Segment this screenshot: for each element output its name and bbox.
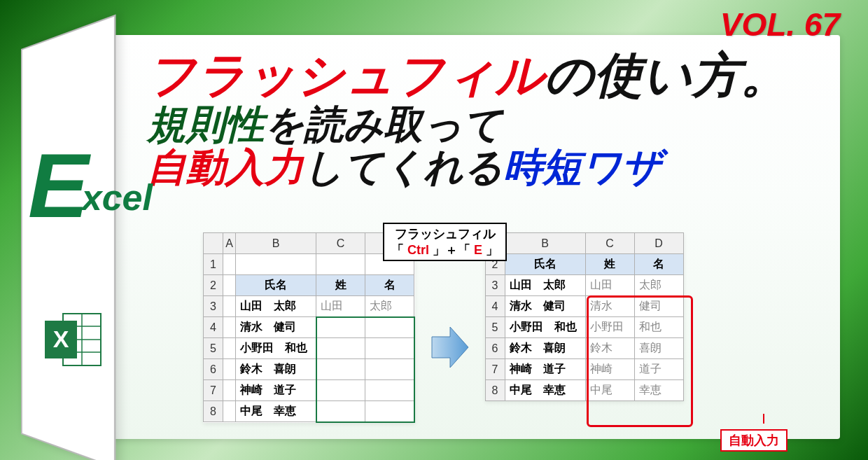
- cell: 健司: [634, 296, 683, 317]
- cell: 山田 太郎: [236, 296, 316, 317]
- hdr-name: 氏名: [505, 254, 585, 275]
- cell: 清水: [585, 296, 634, 317]
- door-graphic: [21, 49, 112, 434]
- cell: 和也: [634, 317, 683, 338]
- slide-background: VOL. 67 Excel X フラッシュフィルの使い方。 規則性を読み取って …: [0, 0, 868, 460]
- col-C: C: [585, 233, 634, 254]
- cell: [365, 380, 414, 401]
- cell: 神崎: [585, 359, 634, 380]
- headline-line3-red: 自動入力: [147, 145, 304, 189]
- key-e: E: [474, 243, 482, 257]
- cell: 中尾: [585, 380, 634, 401]
- cell: 小野田 和也: [505, 317, 585, 338]
- svg-marker-7: [432, 327, 468, 368]
- shortcut-keys: 「 Ctrl 」＋「 E 」: [391, 242, 498, 258]
- cell: [316, 401, 365, 422]
- cell: [316, 338, 365, 359]
- cell: 神崎 道子: [505, 359, 585, 380]
- excel-E: E: [28, 134, 86, 237]
- headline-line3-black: してくれる: [304, 145, 503, 189]
- cell: 太郎: [365, 296, 414, 317]
- hdr-sei: 姓: [585, 254, 634, 275]
- excel-app-icon: X: [42, 308, 105, 371]
- cell: [316, 380, 365, 401]
- col-B: B: [236, 233, 316, 254]
- headline-block: フラッシュフィルの使い方。 規則性を読み取って 自動入力してくれる時短ワザ: [147, 50, 847, 188]
- headline-line3-blue: 時短ワザ: [503, 145, 662, 189]
- key-ctrl: Ctrl: [407, 243, 429, 257]
- hdr-mei: 名: [634, 254, 683, 275]
- col-D: D: [634, 233, 683, 254]
- cell: [316, 317, 365, 338]
- col-B: B: [505, 233, 585, 254]
- col-header-row: B C D: [485, 233, 683, 254]
- col-C: C: [316, 233, 365, 254]
- svg-text:X: X: [53, 326, 69, 352]
- cell: 清水 健司: [236, 317, 316, 338]
- spreadsheet-after: B C D 2 氏名 姓 名 3 山田 太郎 山田 太郎 4 清水 健司 清水 …: [485, 232, 684, 401]
- spreadsheet-after-wrap: B C D 2 氏名 姓 名 3 山田 太郎 山田 太郎 4 清水 健司 清水 …: [485, 232, 684, 401]
- cell: 小野田: [585, 317, 634, 338]
- shortcut-title: フラッシュフィル: [391, 226, 498, 242]
- hdr-mei: 名: [365, 275, 414, 296]
- cell: 清水 健司: [505, 296, 585, 317]
- hdr-name: 氏名: [236, 275, 316, 296]
- headline-line2-black: を読み取って: [265, 102, 503, 146]
- cell: 太郎: [634, 275, 683, 296]
- cell: [365, 359, 414, 380]
- shortcut-tip: フラッシュフィル 「 Ctrl 」＋「 E 」: [383, 223, 507, 261]
- headline-line2-green: 規則性: [147, 102, 265, 146]
- cell: 鈴木 喜朗: [236, 359, 316, 380]
- cell: 山田 太郎: [505, 275, 585, 296]
- cell: 鈴木: [585, 338, 634, 359]
- cell: [365, 338, 414, 359]
- cell: [316, 359, 365, 380]
- cell: 神崎 道子: [236, 380, 316, 401]
- cell: 山田: [316, 296, 365, 317]
- cell: 鈴木 喜朗: [505, 338, 585, 359]
- headline-line3: 自動入力してくれる時短ワザ: [147, 146, 847, 188]
- auto-input-label: 自動入力: [720, 429, 788, 452]
- excel-xcel: xcel: [82, 177, 153, 218]
- cell: 幸恵: [634, 380, 683, 401]
- auto-connector: [763, 414, 764, 424]
- cell: [365, 317, 414, 338]
- arrow-icon: [429, 323, 471, 375]
- cell: 中尾 幸恵: [505, 380, 585, 401]
- headline-line1-black: の使い方。: [545, 48, 789, 102]
- excel-text-logo: Excel: [28, 140, 157, 231]
- cell: 道子: [634, 359, 683, 380]
- headline-line1-red: フラッシュフィル: [147, 48, 545, 102]
- cell: 中尾 幸恵: [236, 401, 316, 422]
- headline-line2: 規則性を読み取って: [147, 104, 847, 146]
- col-A: A: [223, 233, 236, 254]
- cell: 喜朗: [634, 338, 683, 359]
- cell: 山田: [585, 275, 634, 296]
- volume-label: VOL. 67: [720, 6, 840, 43]
- headline-line1: フラッシュフィルの使い方。: [147, 50, 847, 101]
- hdr-sei: 姓: [316, 275, 365, 296]
- cell: 小野田 和也: [236, 338, 316, 359]
- cell: [365, 401, 414, 422]
